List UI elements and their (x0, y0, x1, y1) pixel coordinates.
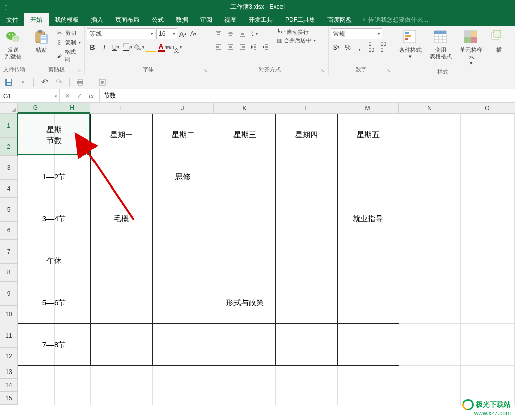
save-button[interactable] (3, 77, 14, 88)
row-header-7[interactable]: 7 (0, 240, 17, 264)
row-header-15[interactable]: 15 (0, 392, 17, 405)
col-header-J[interactable]: J (152, 103, 214, 113)
row-header-1[interactable]: 1 (0, 114, 18, 138)
copy-button[interactable]: ⎘复制▾ (55, 38, 82, 47)
cut-button[interactable]: ✂剪切 (55, 28, 82, 37)
name-box[interactable]: G1▾ (0, 89, 60, 102)
ribbon: 发送到微信 文件传输 粘贴 ✂剪切 ⎘复制▾ 🖌格式刷 剪贴板⤡ (0, 26, 515, 75)
row-header-13[interactable]: 13 (0, 365, 17, 379)
undo-button[interactable]: ↶ (39, 77, 50, 88)
col-header-I[interactable]: I (90, 103, 152, 113)
tab-开始[interactable]: 开始 (24, 13, 49, 26)
col-header-O[interactable]: O (460, 103, 514, 113)
qat-unknown-button[interactable] (97, 77, 108, 88)
decrease-decimal-button[interactable]: .00.0 (377, 41, 388, 53)
align-middle-button[interactable] (225, 28, 236, 39)
increase-decimal-button[interactable]: .0.00 (365, 41, 377, 53)
format-table-button[interactable]: 套用 表格格式 (427, 28, 455, 61)
row-header-11[interactable]: 11 (0, 323, 17, 348)
row-header-5[interactable]: 5 (0, 198, 17, 222)
wechat-icon (5, 29, 21, 45)
cells-area[interactable]: 星期节数星期一星期二星期三星期四星期五1—2节3—4节午休5—6节7—8节思修毛… (18, 114, 515, 405)
font-family-combo[interactable]: 等线▾ (87, 28, 155, 39)
svg-point-2 (9, 34, 10, 36)
svg-rect-51 (494, 30, 501, 37)
tab-PDF工具集[interactable]: PDF工具集 (279, 13, 321, 26)
align-right-button[interactable] (237, 41, 248, 53)
col-header-L[interactable]: L (275, 103, 337, 113)
cancel-edit-button[interactable]: ✕ (63, 92, 72, 100)
col-header-G[interactable]: G (18, 103, 54, 113)
dialog-launcher-icon[interactable]: ⤡ (321, 68, 325, 73)
phonetic-button[interactable]: wén文▾ (168, 41, 179, 53)
align-center-button[interactable] (225, 41, 236, 53)
row-header-2[interactable]: 2 (0, 138, 18, 156)
merge-center-button[interactable]: ▥合并后居中▾ (277, 37, 316, 44)
tab-公式[interactable]: 公式 (146, 13, 170, 26)
col-header-N[interactable]: N (399, 103, 460, 113)
svg-point-1 (12, 35, 20, 42)
tab-我的模板[interactable]: 我的模板 (49, 13, 85, 26)
svg-rect-56 (78, 79, 82, 81)
titlebar: ▯ 工作簿3.xlsx - Excel (0, 0, 515, 13)
print-preview-button[interactable] (75, 77, 86, 88)
svg-rect-53 (7, 79, 11, 82)
select-all-button[interactable] (0, 103, 18, 113)
col-header-M[interactable]: M (337, 103, 399, 113)
confirm-edit-button[interactable]: ✓ (75, 92, 84, 100)
row-header-3[interactable]: 3 (0, 156, 17, 180)
increase-font-button[interactable]: A▴ (178, 28, 188, 39)
spreadsheet-grid[interactable]: GHIJKLMNO 123456789101112131415 星期节数星期一星… (0, 103, 515, 420)
accounting-format-button[interactable]: $▾ (331, 41, 342, 53)
percent-button[interactable]: % (342, 41, 353, 53)
row-header-10[interactable]: 10 (0, 306, 17, 323)
col-header-K[interactable]: K (214, 103, 275, 113)
tab-百度网盘[interactable]: 百度网盘 (321, 13, 358, 26)
tab-审阅[interactable]: 审阅 (194, 13, 218, 26)
row-header-14[interactable]: 14 (0, 379, 17, 392)
dialog-launcher-icon[interactable]: ⤡ (77, 68, 81, 73)
row-header-6[interactable]: 6 (0, 222, 17, 240)
dialog-launcher-icon[interactable]: ⤡ (204, 68, 208, 73)
increase-indent-button[interactable] (260, 41, 271, 53)
number-format-combo[interactable]: 常规▾ (331, 28, 382, 39)
formula-input[interactable]: 节数 (100, 89, 515, 102)
underline-button[interactable]: U▾ (110, 41, 121, 53)
svg-point-3 (12, 34, 14, 36)
redo-button[interactable]: ↷ (53, 77, 64, 88)
cell-style-button[interactable]: 单元格样式▾ (457, 28, 485, 68)
tab-插入[interactable]: 插入 (85, 13, 109, 26)
fx-button[interactable]: fx (87, 92, 96, 100)
tell-me-input[interactable]: ♀告诉我您想要做什么... (358, 13, 432, 26)
qat-dropdown[interactable]: ▾ (17, 77, 28, 88)
tab-视图[interactable]: 视图 (218, 13, 243, 26)
fill-color-button[interactable]: ▾ (133, 41, 145, 53)
border-button[interactable]: ▾ (122, 41, 133, 53)
orientation-button[interactable]: ⤹▾ (248, 28, 259, 39)
paste-button[interactable]: 粘贴 (30, 28, 53, 54)
row-header-12[interactable]: 12 (0, 348, 17, 365)
wrap-text-button[interactable]: ┗↩自动换行 (277, 28, 316, 36)
insert-button[interactable]: 插 (493, 28, 504, 54)
row-header-4[interactable]: 4 (0, 180, 17, 198)
row-header-9[interactable]: 9 (0, 282, 17, 306)
decrease-indent-button[interactable] (248, 41, 259, 53)
dialog-launcher-icon[interactable]: ⤡ (387, 68, 391, 73)
tab-开发工具[interactable]: 开发工具 (243, 13, 279, 26)
align-top-button[interactable] (213, 28, 224, 39)
italic-button[interactable]: I (99, 41, 110, 53)
decrease-font-button[interactable]: A▾ (189, 28, 198, 39)
font-size-combo[interactable]: 16▾ (156, 28, 177, 39)
conditional-format-button[interactable]: 条件格式▾ (396, 28, 425, 61)
align-left-button[interactable] (213, 41, 224, 53)
row-header-8[interactable]: 8 (0, 264, 17, 282)
tab-数据[interactable]: 数据 (170, 13, 194, 26)
format-painter-button[interactable]: 🖌格式刷 (55, 48, 82, 64)
bold-button[interactable]: B (87, 41, 98, 53)
tab-页面布局[interactable]: 页面布局 (109, 13, 146, 26)
col-header-H[interactable]: H (54, 103, 90, 113)
align-bottom-button[interactable] (237, 28, 248, 39)
comma-button[interactable]: , (354, 41, 365, 53)
send-to-wechat-button[interactable]: 发送到微信 (2, 28, 24, 61)
tab-文件[interactable]: 文件 (0, 13, 24, 26)
